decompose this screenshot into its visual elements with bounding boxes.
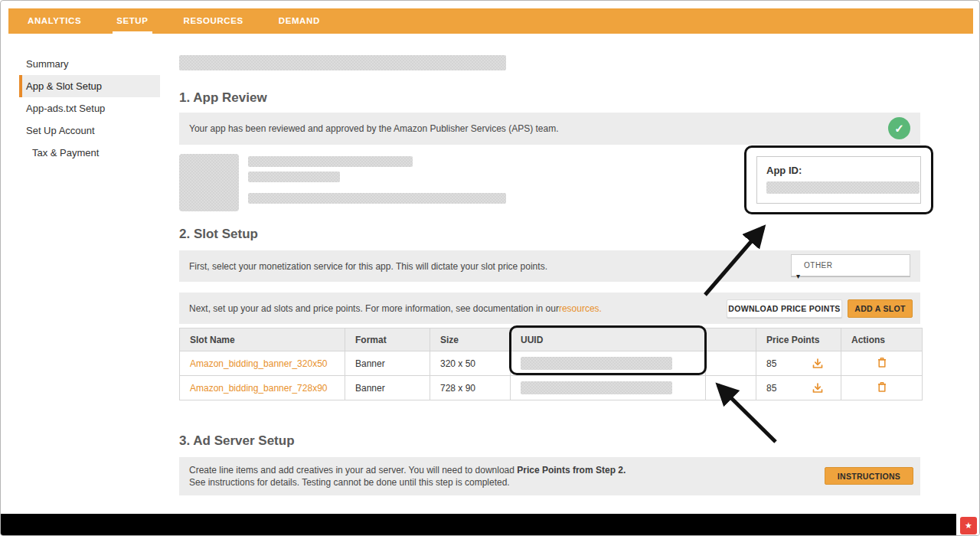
redacted-app-id-value xyxy=(766,181,920,194)
trash-icon[interactable] xyxy=(876,356,888,368)
tab-analytics[interactable]: ANALYTICS xyxy=(16,8,93,34)
slots-table: Slot Name Format Size UUID Price Points … xyxy=(179,328,923,400)
add-slot-button[interactable]: ADD A SLOT xyxy=(848,299,913,318)
top-nav: ANALYTICS SETUP RESOURCES DEMAND xyxy=(8,8,973,34)
download-icon[interactable] xyxy=(812,382,824,394)
aps-setup-page: ANALYTICS SETUP RESOURCES DEMAND Summary… xyxy=(0,0,980,536)
app-id-panel: App ID: xyxy=(756,156,921,204)
table-row: Amazon_bidding_banner_728x90 Banner 728 … xyxy=(180,376,923,400)
slots-info-text: Next, set up your ad slots and price poi… xyxy=(189,303,559,314)
ad-server-heading: 3. Ad Server Setup xyxy=(179,433,295,449)
slot-name-link[interactable]: Amazon_bidding_banner_320x50 xyxy=(180,351,345,376)
slot-format: Banner xyxy=(345,351,430,376)
slot-name-link[interactable]: Amazon_bidding_banner_728x90 xyxy=(180,376,345,400)
price-points-value: 85 xyxy=(766,358,776,369)
ad-server-line2: See instructions for details. Testing ca… xyxy=(189,477,510,488)
slot-uuid xyxy=(511,351,706,376)
header-actions: Actions xyxy=(841,328,923,351)
sidebar-item-summary[interactable]: Summary xyxy=(19,53,160,75)
instructions-button[interactable]: INSTRUCTIONS xyxy=(825,467,913,485)
app-review-status-banner: Your app has been reviewed and approved … xyxy=(179,113,920,145)
slot-price-points: 85 xyxy=(756,376,841,400)
redacted-app-name xyxy=(248,156,413,167)
redacted-page-title xyxy=(179,55,506,70)
download-icon[interactable] xyxy=(812,358,824,370)
sidebar-item-app-ads-txt[interactable]: App-ads.txt Setup xyxy=(19,97,160,119)
empty-cell xyxy=(706,376,756,400)
redacted-uuid xyxy=(521,381,672,394)
tab-resources[interactable]: RESOURCES xyxy=(172,8,255,34)
slot-price-points: 85 xyxy=(756,351,841,376)
header-slot-name: Slot Name xyxy=(180,328,345,351)
tab-setup[interactable]: SETUP xyxy=(105,8,159,34)
header-uuid: UUID xyxy=(511,328,706,351)
sidebar-item-tax-payment[interactable]: Tax & Payment xyxy=(19,142,160,164)
redacted-app-subtitle xyxy=(248,172,340,182)
redacted-app-icon xyxy=(179,154,239,211)
table-header-row: Slot Name Format Size UUID Price Points … xyxy=(180,328,923,351)
monetization-service-dropdown[interactable]: OTHER ▾ xyxy=(791,254,910,276)
sidebar: Summary App & Slot Setup App-ads.txt Set… xyxy=(19,53,160,164)
header-price-points: Price Points xyxy=(756,328,841,351)
trash-icon[interactable] xyxy=(876,381,888,393)
table-row: Amazon_bidding_banner_320x50 Banner 320 … xyxy=(180,351,923,376)
header-size: Size xyxy=(430,328,511,351)
app-id-label: App ID: xyxy=(766,165,911,176)
slot-size: 320 x 50 xyxy=(430,351,511,376)
ad-server-line1: Create line items and add creatives in y… xyxy=(189,465,517,476)
app-review-heading: 1. App Review xyxy=(179,90,267,106)
ad-server-line1-bold: Price Points from Step 2. xyxy=(517,465,626,476)
header-empty xyxy=(706,328,756,351)
tab-demand[interactable]: DEMAND xyxy=(267,8,332,34)
sidebar-item-app-slot-setup[interactable]: App & Slot Setup xyxy=(19,75,160,97)
slot-format: Banner xyxy=(345,376,430,400)
sidebar-item-set-up-account[interactable]: Set Up Account xyxy=(19,119,160,142)
monetization-text: First, select your monetization service … xyxy=(189,261,547,272)
ad-server-banner: Create line items and add creatives in y… xyxy=(179,457,920,495)
empty-cell xyxy=(706,351,756,376)
app-review-status-text: Your app has been reviewed and approved … xyxy=(189,123,559,134)
ad-server-instructions: Create line items and add creatives in y… xyxy=(189,464,626,489)
approved-check-icon: ✓ xyxy=(888,117,910,139)
header-format: Format xyxy=(345,328,430,351)
app-id-annotation-box: App ID: xyxy=(744,145,933,214)
download-price-points-button[interactable]: DOWNLOAD PRICE POINTS xyxy=(727,299,842,318)
extension-button[interactable]: ★ xyxy=(960,517,977,534)
price-points-value: 85 xyxy=(766,383,776,394)
redacted-uuid xyxy=(521,357,672,370)
redacted-app-url xyxy=(248,193,506,204)
resources-link[interactable]: resources. xyxy=(559,303,602,314)
slot-setup-heading: 2. Slot Setup xyxy=(179,227,258,242)
slot-actions xyxy=(841,351,923,376)
monetization-service-value: OTHER xyxy=(804,261,833,270)
star-icon: ★ xyxy=(965,521,972,531)
slot-actions xyxy=(841,376,923,400)
slot-uuid xyxy=(511,376,706,400)
chevron-down-icon: ▾ xyxy=(796,272,801,280)
slot-size: 728 x 90 xyxy=(430,376,511,400)
bottom-black-bar xyxy=(1,514,958,536)
